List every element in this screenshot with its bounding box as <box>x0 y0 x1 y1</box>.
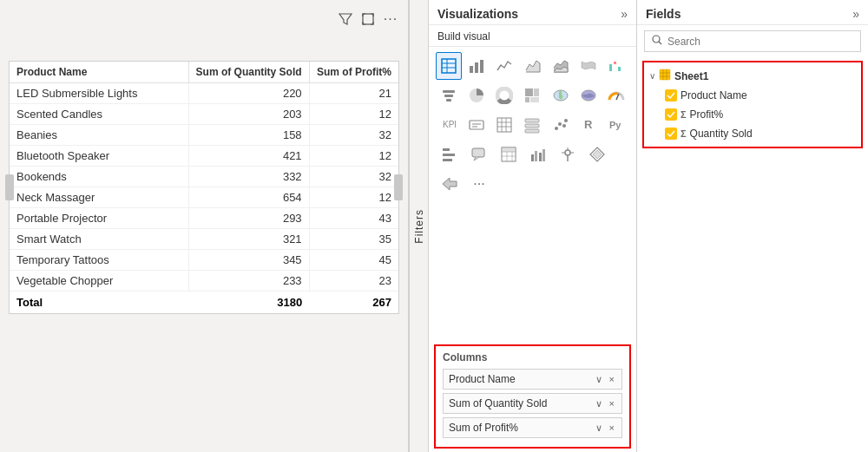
map-btn[interactable] <box>548 82 574 109</box>
cell-qty: 233 <box>188 271 309 292</box>
cell-product: Smart Watch <box>10 229 188 250</box>
svg-marker-58 <box>593 150 602 159</box>
table2-btn[interactable] <box>495 141 523 168</box>
table-row: Smart Watch 321 35 <box>10 229 398 250</box>
field-product-name[interactable]: Product Name <box>648 86 858 105</box>
arrow-btn[interactable] <box>436 170 464 198</box>
cell-qty: 332 <box>188 167 309 187</box>
svg-marker-0 <box>339 14 352 24</box>
svg-rect-7 <box>475 62 478 73</box>
search-box[interactable] <box>644 30 861 52</box>
filters-label: Filters <box>413 209 425 244</box>
cell-product: Beanies <box>10 125 188 146</box>
table-row: Neck Massager 654 12 <box>10 187 398 208</box>
py-visual-btn[interactable]: Py <box>603 111 629 139</box>
field-quantity[interactable]: Σ Quantity Sold <box>648 124 858 143</box>
column-product-actions: ∨ × <box>594 374 616 385</box>
pie-chart-btn[interactable] <box>464 82 490 109</box>
bar-cluster-btn[interactable] <box>524 141 552 168</box>
funnel-btn[interactable] <box>436 82 462 109</box>
cell-profit: 45 <box>309 250 398 271</box>
svg-rect-52 <box>531 154 534 161</box>
table-row: Scented Candles 203 12 <box>10 104 398 125</box>
filters-tab[interactable]: Filters <box>410 0 429 452</box>
r-visual-btn[interactable]: R <box>575 111 602 139</box>
right-panel: Filters Visualizations » Build visual <box>410 0 868 452</box>
column-qty-chevron[interactable]: ∨ <box>594 398 604 409</box>
scatter-btn[interactable] <box>548 111 574 139</box>
resize-handle-left[interactable] <box>5 174 14 200</box>
viz-expand-btn[interactable]: » <box>621 7 628 21</box>
expand-icon[interactable] <box>359 10 377 28</box>
column-profit-chevron[interactable]: ∨ <box>594 423 604 434</box>
svg-line-61 <box>659 42 661 44</box>
data-table-container: Product Name Sum of Quantity Sold Sum of… <box>9 61 399 314</box>
search-input[interactable] <box>667 36 853 48</box>
filled-map-btn[interactable] <box>575 82 602 109</box>
svg-rect-8 <box>480 60 483 73</box>
svg-rect-55 <box>542 149 545 161</box>
area-chart-btn[interactable] <box>520 52 546 80</box>
ribbon-chart-btn[interactable] <box>575 52 602 80</box>
column-header-product[interactable]: Product Name <box>10 62 188 83</box>
field-product-checkbox[interactable] <box>665 89 677 102</box>
more-visuals-btn[interactable]: ··· <box>465 170 493 198</box>
kpi-btn[interactable]: KPI <box>436 111 462 139</box>
table-row: Bookends 332 32 <box>10 167 398 187</box>
column-profit-remove[interactable]: × <box>608 423 616 433</box>
matrix-btn[interactable] <box>491 111 517 139</box>
cell-profit: 21 <box>309 83 398 104</box>
slicer-btn[interactable] <box>519 111 545 139</box>
column-qty-actions: ∨ × <box>594 398 616 409</box>
svg-rect-13 <box>444 95 453 97</box>
stacked-area-btn[interactable] <box>548 52 574 80</box>
cell-profit: 43 <box>309 208 398 229</box>
map2-btn[interactable] <box>554 141 582 168</box>
column-qty-sold[interactable]: Sum of Quantity Sold ∨ × <box>443 393 622 414</box>
line-chart-btn[interactable] <box>491 52 517 80</box>
column-product-name[interactable]: Product Name ∨ × <box>443 369 622 390</box>
sheet1-row[interactable]: ∨ Sheet1 <box>648 66 858 86</box>
waterfall-btn[interactable] <box>603 52 629 80</box>
svg-text:Py: Py <box>609 120 621 130</box>
total-qty: 3180 <box>188 292 309 314</box>
data-table: Product Name Sum of Quantity Sold Sum of… <box>10 62 398 313</box>
cell-product: Neck Massager <box>10 187 188 208</box>
bar-horiz-btn[interactable] <box>436 141 464 168</box>
cell-profit: 12 <box>309 146 398 167</box>
field-profit[interactable]: Σ Profit% <box>648 105 858 124</box>
column-header-qty[interactable]: Sum of Quantity Sold <box>188 62 309 83</box>
speech-bubble-btn[interactable] <box>465 141 493 168</box>
column-product-chevron[interactable]: ∨ <box>594 374 604 385</box>
cell-product: Temporary Tattoos <box>10 250 188 271</box>
cell-product: Vegetable Chopper <box>10 271 188 292</box>
table-row: Beanies 158 32 <box>10 125 398 146</box>
donut-chart-btn[interactable] <box>491 82 517 109</box>
resize-handle-right[interactable] <box>394 174 403 200</box>
card-btn[interactable] <box>464 111 490 139</box>
field-quantity-checkbox[interactable] <box>665 128 677 140</box>
treemap-btn[interactable] <box>519 82 545 109</box>
cell-qty: 220 <box>188 83 309 104</box>
column-header-profit[interactable]: Sum of Profit% <box>309 62 398 83</box>
column-product-remove[interactable]: × <box>608 374 616 384</box>
viz-icons-grid: KPI <box>429 47 636 341</box>
gauge-btn[interactable] <box>603 82 629 109</box>
svg-point-40 <box>564 119 568 122</box>
column-profit[interactable]: Sum of Profit% ∨ × <box>443 417 622 438</box>
bar-chart-btn[interactable] <box>464 52 490 80</box>
more-icon[interactable]: ··· <box>382 10 399 28</box>
filter-icon[interactable] <box>337 10 354 28</box>
table-viz-btn[interactable] <box>436 52 462 80</box>
svg-rect-10 <box>614 62 616 64</box>
cell-profit: 32 <box>309 167 398 187</box>
diamond-btn[interactable] <box>583 141 611 168</box>
svg-rect-9 <box>609 64 612 71</box>
field-profit-checkbox[interactable] <box>665 108 677 121</box>
cell-qty: 321 <box>188 229 309 250</box>
cell-product: Portable Projector <box>10 208 188 229</box>
fields-expand-btn[interactable]: » <box>852 7 859 21</box>
svg-rect-29 <box>497 118 511 132</box>
column-qty-remove[interactable]: × <box>608 398 616 409</box>
field-quantity-type-icon: Σ <box>681 128 687 139</box>
